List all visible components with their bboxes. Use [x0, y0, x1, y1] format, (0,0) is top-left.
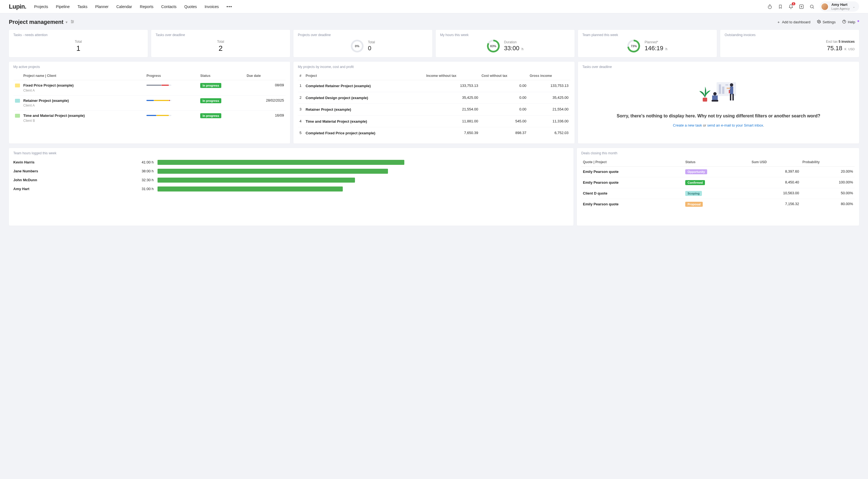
stopwatch-icon[interactable] — [767, 4, 773, 9]
col-progress[interactable]: Progress — [145, 71, 198, 80]
hours-row[interactable]: Jane Numbers 38:00 h — [13, 167, 569, 176]
row-index: 4 — [298, 115, 304, 127]
table-row[interactable]: 5 Completed Fixed Price project (example… — [298, 127, 570, 139]
nav-invoices[interactable]: Invoices — [205, 4, 219, 9]
brand-logo[interactable]: Lupin. — [9, 3, 26, 10]
tasks-over-deadline-card: Tasks over deadline — [578, 62, 859, 144]
col-gross[interactable]: Gross income — [528, 71, 570, 80]
kpi-title: Outstanding invoices — [725, 33, 855, 37]
table-row[interactable]: Fixed Price Project (example) Client A I… — [13, 80, 286, 95]
table-row[interactable]: Emily Pearson quote Confirmed 8,450.40 1… — [581, 177, 855, 188]
empty-state: Sorry, there's nothing to display here. … — [582, 71, 855, 130]
svg-point-3 — [71, 20, 72, 21]
nav-reports[interactable]: Reports — [140, 4, 153, 9]
col-quote[interactable]: Quote | Project — [581, 158, 684, 167]
table-row[interactable]: Time and Material Project (example) Clie… — [13, 111, 286, 125]
empty-state-illustration — [591, 80, 846, 108]
prob-value: 80.00% — [801, 199, 855, 210]
empty-message: Sorry, there's nothing to display here. … — [591, 113, 846, 119]
add-to-dashboard-button[interactable]: ＋ Add to dashboard — [777, 20, 811, 25]
cost-value: 0.00 — [480, 104, 528, 116]
hours-row[interactable]: Amy Hart 31:00 h — [13, 184, 569, 193]
col-cost[interactable]: Cost without tax — [480, 71, 528, 80]
create-task-link[interactable]: Create a new task — [673, 123, 702, 127]
kpi-projects-over-deadline[interactable]: Projects over deadline 0% Total 0 — [293, 30, 432, 57]
help-label: Help — [848, 20, 855, 24]
col-index[interactable]: # — [298, 71, 304, 80]
cost-value: 0.00 — [480, 80, 528, 92]
col-income[interactable]: Income without tax — [425, 71, 480, 80]
plus-icon: ＋ — [777, 20, 780, 25]
kpi-tasks-over-deadline[interactable]: Tasks over deadline Total 2 — [151, 30, 290, 57]
kpi-my-hours[interactable]: My hours this week 83% Duration 33:00 h — [436, 30, 575, 57]
folder-icon — [15, 84, 20, 87]
status-badge: Proposal — [685, 202, 703, 207]
income-value: 21,554.00 — [425, 104, 480, 116]
nav-pipeline[interactable]: Pipeline — [56, 4, 70, 9]
col-name[interactable]: Project name | Client — [22, 71, 145, 80]
kpi-value: 1 — [13, 44, 143, 53]
status-badge: In progress — [200, 113, 221, 118]
project-name: Retainer Project (example) — [23, 98, 143, 103]
table-row[interactable]: 3 Retainer Project (example) 21,554.00 0… — [298, 104, 570, 116]
table-row[interactable]: 2 Completed Design project (example) 35,… — [298, 92, 570, 104]
nav-more-icon[interactable]: ••• — [226, 4, 232, 9]
kpi-team-planned[interactable]: Team planned this week 73% Planned* 146:… — [578, 30, 717, 57]
search-icon[interactable] — [809, 4, 815, 9]
user-menu[interactable]: Amy Hart Lupin Agency ⌄ — [820, 1, 859, 12]
income-value: 133,753.13 — [425, 80, 480, 92]
due-date: 16/09 — [245, 111, 286, 125]
nav-planner[interactable]: Planner — [95, 4, 108, 9]
user-info: Amy Hart Lupin Agency — [831, 2, 850, 10]
person-name: Jane Numbers — [13, 169, 96, 173]
income-table: # Project Income without tax Cost withou… — [298, 71, 570, 139]
col-due[interactable]: Due date — [245, 71, 286, 80]
kpi-subtitle: Excl tax 5 invoices — [725, 40, 855, 43]
col-prob[interactable]: Probability — [801, 158, 855, 167]
nav-projects[interactable]: Projects — [34, 4, 48, 9]
kpi-value: 0 — [368, 45, 375, 52]
hours-row[interactable]: John McDunn 32:30 h — [13, 176, 569, 184]
col-sum[interactable]: Sum USD — [750, 158, 801, 167]
help-button[interactable]: Help — [842, 20, 859, 24]
nav-quotes[interactable]: Quotes — [184, 4, 197, 9]
add-to-dashboard-label: Add to dashboard — [782, 20, 811, 24]
settings-button[interactable]: Settings — [817, 20, 836, 24]
page-title-text: Project management — [9, 19, 63, 25]
table-row[interactable]: 4 Time and Material Project (example) 11… — [298, 115, 570, 127]
chevron-down-icon: ⌄ — [852, 5, 855, 9]
col-status[interactable]: Status — [198, 71, 245, 80]
user-name: Amy Hart — [831, 2, 850, 7]
team-hours-card: Team hours logged this week Kevin Harris… — [9, 148, 574, 226]
send-email-link[interactable]: send an e-mail to your Smart inbox — [707, 123, 763, 127]
hours-row[interactable]: Kevin Harris 41:00 h — [13, 158, 569, 167]
avatar — [821, 3, 829, 10]
kpi-outstanding-invoices[interactable]: Outstanding invoices Excl tax 5 invoices… — [720, 30, 859, 57]
table-row[interactable]: Emily Pearson quote Proposal 7,156.32 80… — [581, 199, 855, 210]
nav-contacts[interactable]: Contacts — [161, 4, 176, 9]
hours-value: 41:00 h — [96, 160, 157, 164]
bell-icon[interactable]: 1 — [788, 4, 794, 9]
svg-rect-16 — [726, 88, 731, 89]
add-icon[interactable] — [799, 4, 804, 9]
user-org: Lupin Agency — [831, 7, 850, 10]
table-row[interactable]: 1 Completed Retainer Project (example) 1… — [298, 80, 570, 92]
svg-rect-10 — [722, 87, 724, 94]
table-row[interactable]: Emily Pearson quote Opportunity 8,397.60… — [581, 166, 855, 177]
bookmark-icon[interactable] — [778, 4, 783, 9]
nav-tasks[interactable]: Tasks — [78, 4, 87, 9]
page-title[interactable]: Project management ▾ — [9, 19, 67, 25]
gross-value: 133,753.13 — [528, 80, 570, 92]
table-row[interactable]: Retainer Project (example) Client A In p… — [13, 95, 286, 111]
kpi-tasks-attention[interactable]: Tasks - needs attention Total 1 — [9, 30, 148, 57]
status-badge: Scoping — [685, 191, 702, 196]
nav-calendar[interactable]: Calendar — [116, 4, 132, 9]
income-value: 7,650.39 — [425, 127, 480, 139]
kpi-title: Team planned this week — [582, 33, 712, 37]
col-status[interactable]: Status — [684, 158, 750, 167]
table-row[interactable]: Client D quote Scoping 10,563.00 50.00% — [581, 188, 855, 199]
sliders-icon[interactable] — [70, 20, 74, 25]
col-project[interactable]: Project — [304, 71, 425, 80]
kpi-value: 146:19 h — [645, 45, 667, 52]
prob-value: 50.00% — [801, 188, 855, 199]
